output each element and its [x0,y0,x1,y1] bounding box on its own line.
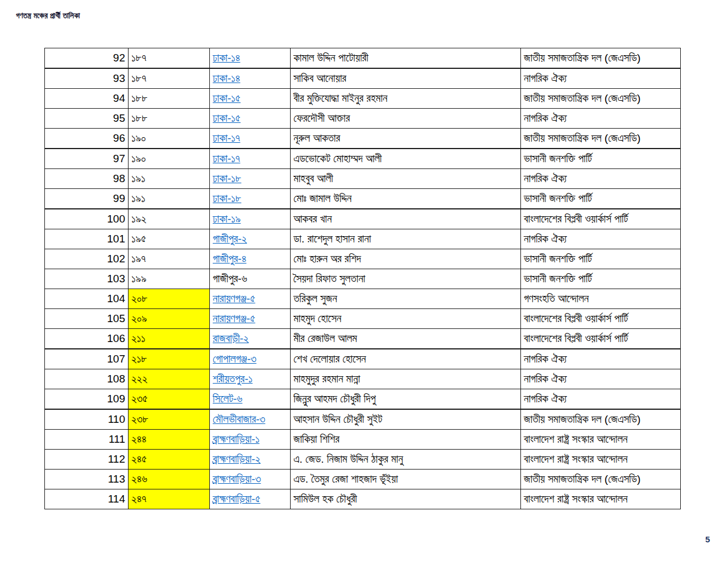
candidate-name-cell: মাহবুব আলী [291,169,521,189]
constituency-cell: ঢাকা-১৭ [210,149,291,169]
party-name-cell: গণসংহতি আন্দোলন [521,289,681,309]
table-row: 104২০৮নারায়ণগঞ্জ-৫তরিকুল সুজনগণসংহতি আন… [45,289,681,309]
table-row: 112২৪৫ব্রাহ্মণবাড়িয়া-২এ. জেড. নিজাম উদ… [45,450,681,470]
constituency-cell: গাজীপুর-৬ [210,269,291,289]
party-name-cell: বাংলাদেশের বিপ্লবী ওয়ার্কার্স পার্টি [521,329,681,349]
party-name-cell: নাগরিক ঐক্য [521,229,681,249]
table-row: 107২১৮গোপালগঞ্জ-৩শেখ দেলোয়ার হোসেননাগরি… [45,349,681,369]
constituency-cell: ঢাকা-১৫ [210,109,291,129]
candidate-table: 92১৮৭ঢাকা-১৪কামাল উদ্দিন পাটোয়ারীজাতীয়… [44,48,681,509]
candidate-name-cell: সামিউল হক চৌধুরী [291,489,521,509]
ballot-number-cell: ২৪৫ [129,450,210,470]
constituency-link[interactable]: ঢাকা-১৪ [213,52,240,64]
party-name-cell: জাতীয় সমাজতান্ত্রিক দল (জেএসডি) [521,89,681,109]
serial-number-cell: 108 [45,369,129,389]
candidate-name-cell: কামাল উদ্দিন পাটোয়ারী [291,48,521,69]
serial-number-cell: 98 [45,169,129,189]
ballot-number-cell: ১৯২ [129,209,210,229]
table-row: 110২৩৮মৌলভীবাজার-৩আহসান উদ্দিন চৌধুরী সু… [45,409,681,430]
page-number: 5 [705,534,710,544]
table-row: 96১৯০ঢাকা-১৭নূরুল আকতারজাতীয় সমাজতান্ত্… [45,129,681,149]
constituency-cell: ব্রাহ্মণবাড়িয়া-৫ [210,489,291,509]
constituency-cell: মৌলভীবাজার-৩ [210,409,291,430]
constituency-link[interactable]: মৌলভীবাজার-৩ [213,413,265,425]
constituency-link[interactable]: ঢাকা-১৮ [213,192,241,204]
table-row: 95১৮৮ঢাকা-১৫ফেরদৌসী আক্তারনাগরিক ঐক্য [45,109,681,129]
constituency-link[interactable]: ব্রাহ্মণবাড়িয়া-১ [213,433,259,445]
serial-number-cell: 112 [45,450,129,470]
candidate-name-cell: ফেরদৌসী আক্তার [291,109,521,129]
party-name-cell: বাংলাদেশের বিপ্লবী ওয়ার্কার্স পার্টি [521,209,681,229]
party-name-cell: জাতীয় সমাজতান্ত্রিক দল (জেএসডি) [521,129,681,149]
serial-number-cell: 99 [45,189,129,209]
constituency-link[interactable]: ব্রাহ্মণবাড়িয়া-২ [213,453,260,465]
ballot-number-cell: ১৮৮ [129,89,210,109]
candidate-name-cell: শেখ দেলোয়ার হোসেন [291,349,521,369]
party-name-cell: ভাসানী জনশক্তি পার্টি [521,149,681,169]
table-row: 93১৮৭ঢাকা-১৪সাকিব আনোয়ারনাগরিক ঐক্য [45,68,681,89]
serial-number-cell: 92 [45,48,129,69]
constituency-link[interactable]: রাজবাড়ী-২ [213,332,249,344]
serial-number-cell: 113 [45,470,129,489]
constituency-cell: রাজবাড়ী-২ [210,329,291,349]
constituency-link[interactable]: গাজীপুর-৪ [213,253,246,265]
serial-number-cell: 97 [45,149,129,169]
serial-number-cell: 107 [45,349,129,369]
constituency-link[interactable]: ঢাকা-১৭ [213,132,240,144]
party-name-cell: বাংলাদেশের বিপ্লবী ওয়ার্কার্স পার্টি [521,309,681,329]
constituency-cell: ঢাকা-১৪ [210,68,291,89]
ballot-number-cell: ২৪৭ [129,489,210,509]
party-name-cell: বাংলাদেশ রাষ্ট্র সংস্কার আন্দোলন [521,430,681,450]
party-name-cell: বাংলাদেশ রাষ্ট্র সংস্কার আন্দোলন [521,450,681,470]
constituency-link[interactable]: ঢাকা-১৭ [213,153,240,164]
constituency-cell: ঢাকা-১৪ [210,48,291,69]
ballot-number-cell: ১৯৭ [129,249,210,269]
constituency-link[interactable]: নারায়ণগঞ্জ-৫ [213,312,255,324]
constituency-cell: গাজীপুর-৪ [210,249,291,269]
serial-number-cell: 114 [45,489,129,509]
candidate-name-cell: সৈয়দা রিফাত সুলতানা [291,269,521,289]
ballot-number-cell: ২১৮ [129,349,210,369]
table-row: 114২৪৭ব্রাহ্মণবাড়িয়া-৫সামিউল হক চৌধুরী… [45,489,681,509]
constituency-cell: শরীয়তপুর-১ [210,369,291,389]
candidate-name-cell: মোঃ জামাল উদ্দিন [291,189,521,209]
constituency-link[interactable]: ব্রাহ্মণবাড়িয়া-৩ [213,473,261,485]
constituency-link[interactable]: ঢাকা-১৯ [213,213,241,225]
table-row: 106২১১রাজবাড়ী-২মীর রেজাউল আলমবাংলাদেশের… [45,329,681,349]
constituency-text: গাজীপুর-৬ [213,273,247,285]
ballot-number-cell: ২৪৬ [129,470,210,489]
constituency-cell: ব্রাহ্মণবাড়িয়া-২ [210,450,291,470]
candidate-name-cell: নূরুল আকতার [291,129,521,149]
candidate-name-cell: বীর মুক্তিযোদ্ধা মাইনুর রহমান [291,89,521,109]
constituency-link[interactable]: শরীয়তপুর-১ [213,373,253,385]
ballot-number-cell: ১৯১ [129,169,210,189]
serial-number-cell: 106 [45,329,129,349]
constituency-link[interactable]: সিলেট-৬ [213,393,242,405]
document-page: গণতন্ত্র মঞ্চের প্রার্থী তালিকা 92১৮৭ঢাক… [0,0,728,564]
constituency-link[interactable]: গাজীপুর-২ [213,233,247,245]
constituency-link[interactable]: ঢাকা-১৫ [213,112,241,124]
party-name-cell: ভাসানী জনশক্তি পার্টি [521,269,681,289]
party-name-cell: ভাসানী জনশক্তি পার্টি [521,189,681,209]
party-name-cell: নাগরিক ঐক্য [521,389,681,410]
constituency-cell: সিলেট-৬ [210,389,291,410]
ballot-number-cell: ২৪৪ [129,430,210,450]
constituency-link[interactable]: ঢাকা-১৪ [213,72,240,84]
constituency-cell: গোপালগঞ্জ-৩ [210,349,291,369]
ballot-number-cell: ১৮৭ [129,48,210,69]
constituency-link[interactable]: নারায়ণগঞ্জ-৫ [213,293,255,304]
ballot-number-cell: ১৯৫ [129,229,210,249]
constituency-link[interactable]: ব্রাহ্মণবাড়িয়া-৫ [213,493,260,505]
table-row: 108২২২শরীয়তপুর-১মাহমুদুর রহমান মান্নানা… [45,369,681,389]
candidate-name-cell: জাকিয়া শিশির [291,430,521,450]
serial-number-cell: 111 [45,430,129,450]
constituency-link[interactable]: ঢাকা-১৫ [213,92,241,104]
serial-number-cell: 93 [45,68,129,89]
candidate-name-cell: তরিকুল সুজন [291,289,521,309]
party-name-cell: নাগরিক ঐক্য [521,68,681,89]
constituency-link[interactable]: ঢাকা-১৮ [213,172,241,184]
serial-number-cell: 94 [45,89,129,109]
ballot-number-cell: ১৮৭ [129,68,210,89]
constituency-link[interactable]: গোপালগঞ্জ-৩ [213,353,257,365]
ballot-number-cell: ২১১ [129,329,210,349]
